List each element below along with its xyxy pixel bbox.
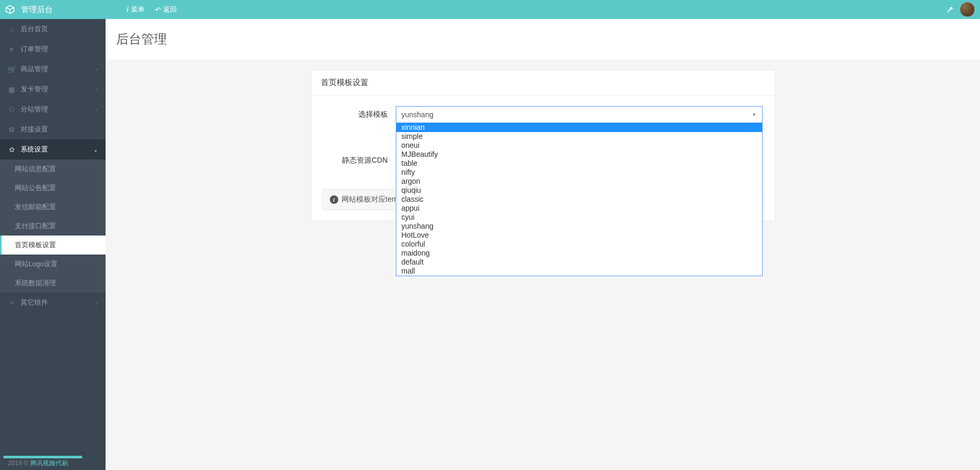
sidebar-item-label: 后台首页 [21,24,48,34]
footer-year: 2019 © [8,459,30,467]
back-arrow-icon: ↶ [155,6,161,14]
info-circle-icon: i [330,195,338,204]
dropdown-option[interactable]: HotLove [396,231,762,240]
menu-label: 菜单 [131,5,145,14]
menu-button[interactable]: i 菜单 [127,5,145,14]
sidebar-item-label: 发卡管理 [21,84,48,94]
dropdown-option[interactable]: yunshang [396,222,762,231]
puzzle-icon: ✧ [8,299,15,307]
sidebar-item-label: 商品管理 [21,64,48,74]
select-value: yunshang [402,110,434,119]
top-header: 管理后台 i 菜单 ↶ 返回 [0,0,980,19]
sidebar: ⌂ 后台首页 ≡ 订单管理 🛒 商品管理 ‹ ▦ 发卡管理 ‹ ⚇ 分站管理 ‹ [0,19,106,470]
chevron-down-icon: ⌄ [93,147,98,153]
sidebar-item-settings[interactable]: ✿ 系统设置 ⌄ [0,139,106,159]
list-icon: ≡ [8,45,15,53]
dropdown-option[interactable]: simple [396,132,762,141]
home-icon: ⌂ [8,25,15,33]
grid-icon: ▦ [8,86,15,93]
avatar[interactable] [960,2,975,17]
cube-icon [5,5,15,14]
cart-icon: 🛒 [8,65,15,73]
sidebar-item-label: 订单管理 [21,44,48,54]
info-icon: i [127,5,129,14]
sidebar-item-cards[interactable]: ▦ 发卡管理 ‹ [0,79,106,99]
hint-text: 网站模板对应templ [341,195,404,204]
sub-item-mail[interactable]: 发信邮箱配置 [0,198,106,217]
form-row-template: 选择模板 yunshang ▼ xinniansimpleoneuiMJBeau… [322,106,764,123]
sidebar-item-home[interactable]: ⌂ 后台首页 [0,19,106,39]
app-title: 管理后台 [21,5,53,15]
sub-item-template[interactable]: 首页模板设置 [0,236,106,255]
sub-item-logo[interactable]: 网站Logo设置 [0,255,106,274]
gear-icon: ✿ [8,146,15,154]
sidebar-item-products[interactable]: 🛒 商品管理 ‹ [0,59,106,79]
dropdown-option[interactable]: xinnian [396,123,762,132]
dropdown-option[interactable]: cyui [396,213,762,222]
template-dropdown: xinniansimpleoneuiMJBeautifytableniftyar… [396,123,763,276]
sidebar-item-label: 对接设置 [21,125,48,134]
footer-link[interactable]: 腾讯视频代刷 [30,459,68,467]
sidebar-item-other[interactable]: ✧ 其它组件 ‹ [0,293,106,313]
dropdown-option[interactable]: argon [396,177,762,186]
chevron-left-icon: ‹ [96,87,98,92]
dropdown-option[interactable]: mall [396,267,762,276]
sub-item-dataclean[interactable]: 系统数据清理 [0,274,106,293]
wrench-icon[interactable] [946,5,954,14]
dropdown-option[interactable]: MJBeautify [396,150,762,159]
template-select[interactable]: yunshang ▼ [396,106,763,123]
dropdown-option[interactable]: oneui [396,141,762,150]
settings-block: 首页模板设置 选择模板 yunshang ▼ xinniansimpleoneu… [311,70,775,221]
page-title: 后台管理 [106,19,980,59]
sub-item-payment[interactable]: 支付接口配置 [0,217,106,236]
chevron-left-icon: ‹ [96,300,98,306]
dropdown-option[interactable]: nifty [396,168,762,177]
dropdown-option[interactable]: table [396,159,762,168]
sidebar-item-label: 其它组件 [21,298,48,307]
dropdown-option[interactable]: colorful [396,240,762,249]
main-content: 后台管理 首页模板设置 选择模板 yunshang ▼ xinniansimpl… [106,19,980,470]
sidebar-item-label: 分站管理 [21,105,48,114]
sidebar-submenu-settings: 网站信息配置 网站公告配置 发信邮箱配置 支付接口配置 首页模板设置 网站Log… [0,159,106,293]
header-menu: i 菜单 ↶ 返回 [127,5,177,14]
back-button[interactable]: ↶ 返回 [155,5,177,14]
cdn-label: 静态资源CDN [322,152,396,165]
back-label: 返回 [163,5,177,14]
dropdown-option[interactable]: qiuqiu [396,186,762,195]
sub-item-siteinfo[interactable]: 网站信息配置 [0,159,106,178]
dropdown-option[interactable]: maidong [396,249,762,258]
sidebar-item-docking[interactable]: ⚙ 对接设置 [0,119,106,139]
sidebar-item-orders[interactable]: ≡ 订单管理 [0,39,106,59]
header-right [946,2,975,17]
sidebar-item-label: 系统设置 [21,145,48,154]
block-title: 首页模板设置 [311,70,775,96]
chevron-left-icon: ‹ [96,67,98,72]
link-icon: ⚙ [8,126,15,134]
sub-item-announce[interactable]: 网站公告配置 [0,178,106,198]
sidebar-item-substation[interactable]: ⚇ 分站管理 ‹ [0,99,106,119]
sidebar-scrollbar[interactable] [3,456,82,458]
dropdown-option[interactable]: classic [396,195,762,204]
chevron-left-icon: ‹ [96,107,98,112]
caret-down-icon: ▼ [752,112,757,117]
template-label: 选择模板 [322,106,396,119]
sitemap-icon: ⚇ [8,106,15,114]
header-left: 管理后台 [5,5,53,15]
dropdown-option[interactable]: appui [396,204,762,213]
dropdown-option[interactable]: default [396,258,762,267]
